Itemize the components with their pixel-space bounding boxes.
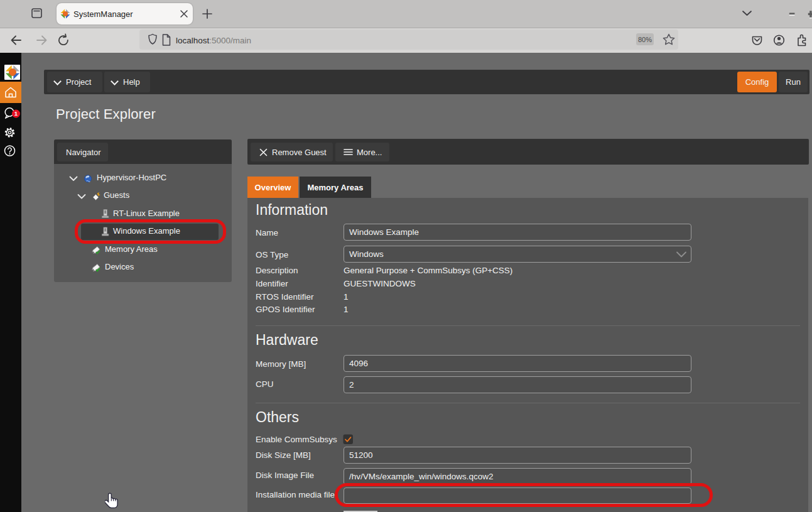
svg-text:1: 1 <box>14 110 18 117</box>
